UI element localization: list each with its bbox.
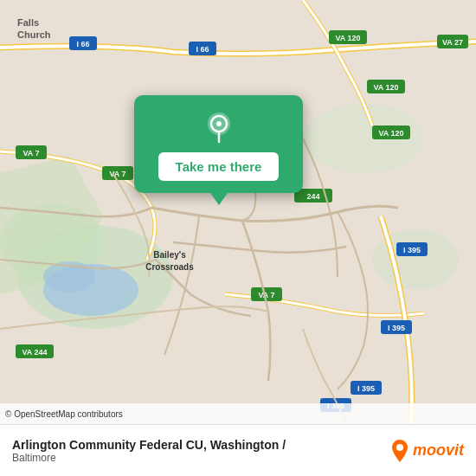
map: I 66 I 66 VA 7 VA 7 VA 7 VA 120 VA 120 V… <box>0 0 476 424</box>
moovit-brand: moovit <box>413 441 464 460</box>
svg-text:VA 7: VA 7 <box>109 170 125 178</box>
moovit-pin-icon <box>390 439 409 463</box>
svg-text:Crossroads: Crossroads <box>145 262 194 272</box>
svg-text:Church: Church <box>17 29 51 40</box>
svg-text:244: 244 <box>306 192 319 201</box>
svg-text:VA 120: VA 120 <box>378 129 403 138</box>
moovit-logo: moovit <box>390 439 464 463</box>
svg-text:VA 120: VA 120 <box>373 83 398 92</box>
map-attribution: © OpenStreetMap contributors <box>0 403 476 424</box>
svg-point-44 <box>216 121 222 126</box>
svg-text:VA 7: VA 7 <box>23 149 39 158</box>
footer-text: Arlington Community Federal CU, Washingt… <box>12 438 286 464</box>
svg-text:VA 120: VA 120 <box>335 34 360 42</box>
svg-text:I 66: I 66 <box>196 45 209 54</box>
location-popup: Take me there <box>134 95 303 193</box>
svg-text:VA 7: VA 7 <box>258 291 274 299</box>
place-name: Arlington Community Federal CU, Washingt… <box>12 438 286 452</box>
svg-text:I 395: I 395 <box>403 246 421 254</box>
svg-text:I 66: I 66 <box>76 40 89 48</box>
footer-bar: Arlington Community Federal CU, Washingt… <box>0 424 476 476</box>
osm-attribution: © OpenStreetMap contributors <box>5 409 123 419</box>
svg-text:Falls: Falls <box>17 17 39 28</box>
svg-text:VA 27: VA 27 <box>442 38 463 47</box>
svg-text:VA 244: VA 244 <box>22 348 47 357</box>
map-svg: I 66 I 66 VA 7 VA 7 VA 7 VA 120 VA 120 V… <box>0 0 476 424</box>
pin-icon <box>203 111 235 144</box>
svg-point-45 <box>396 444 403 451</box>
take-me-there-button[interactable]: Take me there <box>158 152 280 181</box>
svg-text:I 395: I 395 <box>357 384 375 393</box>
svg-text:I 395: I 395 <box>388 324 405 332</box>
svg-text:Bailey's: Bailey's <box>153 250 186 260</box>
place-location: Baltimore <box>12 452 286 464</box>
